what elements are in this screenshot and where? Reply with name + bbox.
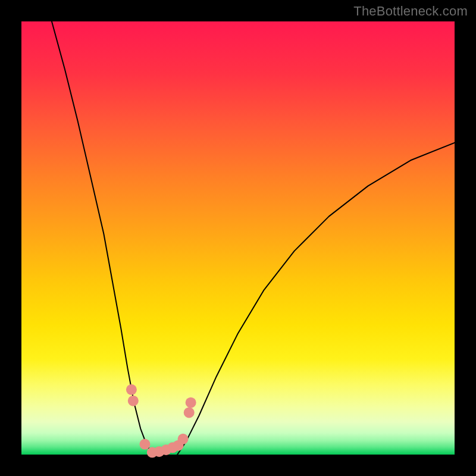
marker-point	[126, 384, 137, 395]
bottleneck-chart	[0, 0, 476, 476]
watermark-text: TheBottleneck.com	[353, 4, 468, 19]
plot-background	[21, 21, 455, 455]
chart-frame: TheBottleneck.com	[0, 0, 476, 476]
marker-point	[186, 397, 196, 408]
marker-point	[139, 439, 150, 450]
marker-point	[184, 407, 195, 418]
marker-point	[178, 434, 189, 444]
marker-point	[128, 396, 139, 406]
